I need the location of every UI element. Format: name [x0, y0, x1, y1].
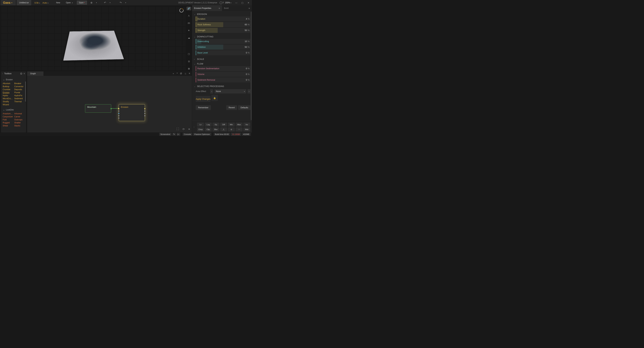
edge[interactable]: [111, 108, 119, 109]
toolbox-item[interactable]: Carver: [14, 115, 25, 118]
section-scale[interactable]: › SCALE: [193, 57, 250, 61]
resolution-dropdown[interactable]: 0.5k ▾: [34, 1, 40, 4]
output-port[interactable]: [144, 113, 146, 114]
node-mountain[interactable]: Mountain: [85, 104, 111, 113]
scrollbar[interactable]: [251, 12, 252, 120]
toolbox-item[interactable]: Crumble: [2, 88, 14, 91]
next-button[interactable]: ›: [248, 89, 250, 93]
undo-button[interactable]: ↶: [103, 0, 107, 5]
compass-icon[interactable]: ◎: [186, 59, 191, 63]
crop-icon[interactable]: ▢: [186, 52, 191, 56]
input-port[interactable]: [118, 108, 120, 109]
snap-icon[interactable]: ✶: [188, 128, 190, 131]
console-button[interactable]: Console: [183, 133, 192, 136]
link-icon[interactable]: 🔗: [186, 7, 191, 10]
person-icon[interactable]: [186, 14, 191, 18]
toolbox-group-erosion[interactable]: ⌄ Erosion: [2, 78, 25, 81]
param-slider[interactable]: Rock Softness65%: [196, 22, 250, 27]
fit-icon[interactable]: ⛶: [176, 128, 179, 131]
tab-build[interactable]: Build ≡: [222, 5, 252, 11]
2d-mode-button[interactable]: 2D: [186, 21, 191, 25]
toolbox-item[interactable]: Sediment: [14, 97, 25, 100]
param-slider[interactable]: Strength50%: [196, 28, 250, 33]
area-effect-dropdown[interactable]: None ▾: [214, 89, 246, 93]
redo-button[interactable]: ↷: [118, 0, 123, 5]
toolbox-item[interactable]: Canyonizer: [2, 115, 14, 118]
toolbox-item[interactable]: Rugged: [2, 121, 14, 124]
toolbox-item[interactable]: Fluvial: [14, 91, 25, 94]
op-button[interactable]: Eq: [212, 123, 219, 127]
ui-zoom-dropdown[interactable]: 150% ▾: [225, 1, 232, 4]
toolbox-item[interactable]: Convector: [14, 85, 25, 88]
op-button[interactable]: Msk: [243, 127, 250, 131]
toolbox-item[interactable]: Anastom…: [2, 112, 14, 115]
menu-icon[interactable]: ≡: [219, 7, 220, 9]
refresh-icon[interactable]: ⟳: [182, 128, 185, 131]
remember-button[interactable]: Remember: [196, 105, 211, 110]
section-downcutting[interactable]: ⌄ DOWNCUTTING: [193, 34, 250, 39]
grid-icon[interactable]: ⊞: [186, 67, 191, 70]
output-port[interactable]: [144, 110, 146, 112]
play-icon[interactable]: ▷: [176, 133, 180, 136]
op-button[interactable]: Lv: [197, 123, 204, 127]
auto-mode-dropdown[interactable]: Auto ▾: [42, 1, 48, 4]
toggle-icon[interactable]: ⏻: [20, 72, 22, 75]
input-port[interactable]: [118, 110, 120, 112]
toolbox-item[interactable]: Alluvium: [2, 82, 14, 85]
op-button[interactable]: Diff: [220, 123, 227, 127]
file-tab[interactable]: Untitled.tor: [17, 0, 31, 5]
menu-icon[interactable]: ≡: [24, 72, 25, 75]
menu-icon[interactable]: ≡: [188, 72, 190, 76]
param-slider[interactable]: Volume0%: [196, 72, 250, 77]
param-slider[interactable]: Duration4%: [196, 16, 250, 21]
at-icon[interactable]: @: [180, 72, 183, 76]
toolbox-item[interactable]: Erosion: [2, 91, 14, 94]
section-erosion[interactable]: ⌄ EROSION: [193, 12, 250, 16]
flame-icon[interactable]: ♨: [184, 72, 187, 76]
passive-optimizer-button[interactable]: Passive Optimizer: [193, 133, 211, 136]
input-port[interactable]: [118, 113, 120, 114]
add-button[interactable]: ⊕: [90, 0, 94, 5]
chevron-left-icon[interactable]: ‹: [2, 73, 3, 75]
output-port[interactable]: [144, 108, 146, 109]
cloud-icon[interactable]: ☁: [186, 36, 191, 40]
toolbox-item[interactable]: Buildup: [2, 85, 14, 88]
prev-button[interactable]: ‹: [210, 89, 213, 93]
param-slider[interactable]: Inhibition50%: [196, 44, 250, 50]
chevron-down-icon[interactable]: ▾: [125, 2, 126, 3]
defaults-button[interactable]: Defaults: [238, 105, 250, 110]
op-button[interactable]: ⊘: [228, 127, 235, 131]
op-button[interactable]: Log: [205, 123, 212, 127]
new-button[interactable]: New: [54, 1, 62, 5]
chevron-right-icon[interactable]: ›: [194, 126, 196, 128]
toolbox-item[interactable]: Fold: [2, 118, 14, 121]
op-button[interactable]: Clmp: [197, 127, 204, 131]
toolbox-group-lookdev[interactable]: ⌄ LookDev: [2, 108, 25, 112]
lock-icon[interactable]: 🔒: [212, 95, 218, 101]
tab-properties[interactable]: Erosion Properties ≡: [192, 5, 222, 11]
param-slider[interactable]: Base Level0%: [196, 50, 250, 55]
toolbox-item[interactable]: Arboreal: [14, 112, 25, 115]
toolbox-item[interactable]: Hydro: [2, 94, 14, 97]
input-port[interactable]: [118, 117, 120, 119]
chevron-down-icon[interactable]: ▾: [176, 72, 178, 76]
toolbox-item[interactable]: HydroFix: [14, 94, 25, 97]
param-slider[interactable]: Sediment Removal0%: [196, 77, 250, 82]
revert-button[interactable]: Revert: [226, 105, 237, 110]
node-erosion[interactable]: Erosion: [119, 104, 145, 121]
scrollbar[interactable]: [25, 81, 26, 102]
menu-icon[interactable]: ≡: [248, 7, 250, 9]
section-flow[interactable]: ⌄ FLOW: [193, 62, 250, 66]
output-port[interactable]: [144, 115, 146, 116]
section-selective[interactable]: ⌄ SELECTIVE PROCESSING: [193, 84, 250, 88]
toolbox-item[interactable]: Breaker: [14, 82, 25, 85]
op-button[interactable]: Inv: [243, 123, 250, 127]
maximize-button[interactable]: ▢: [240, 0, 245, 5]
toolbox-item[interactable]: Deposits: [14, 88, 25, 91]
save-button[interactable]: Save •: [77, 1, 87, 5]
param-slider[interactable]: Downcutting10%: [196, 39, 250, 44]
toolbox-item[interactable]: Stratify: [2, 100, 14, 103]
op-button[interactable]: Max: [236, 123, 242, 127]
input-port[interactable]: [118, 115, 120, 116]
sun-icon[interactable]: ☀: [186, 29, 191, 32]
